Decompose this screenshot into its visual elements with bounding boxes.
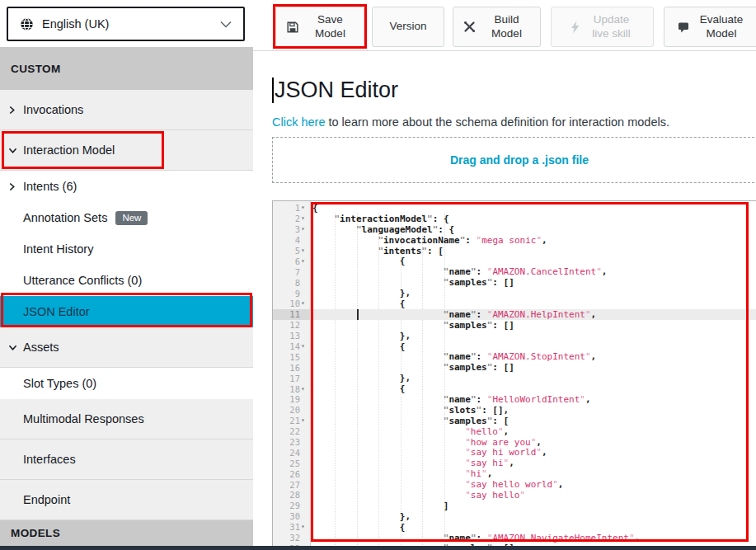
code-line-26[interactable]: 26"hi", — [273, 468, 756, 479]
line-number[interactable]: 14▾ — [273, 341, 311, 352]
line-number[interactable]: 10▾ — [273, 299, 311, 309]
sidebar-item-multimodal-responses[interactable]: Multimodal Responses — [0, 399, 253, 440]
json-code-editor[interactable]: 1▾{2▾"interactionModel": {3▾"languageMod… — [272, 200, 756, 550]
line-number[interactable]: 4 — [273, 235, 311, 246]
code-line-28[interactable]: 28"say hello" — [273, 490, 756, 501]
line-number[interactable]: 6▾ — [273, 256, 311, 266]
line-number[interactable]: 32 — [273, 533, 311, 543]
code-line-19[interactable]: 19"name": "HelloWorldIntent", — [273, 394, 756, 405]
code-line-5[interactable]: 5▾"intents": [ — [273, 246, 756, 256]
code-line-12[interactable]: 12"samples": [] — [273, 320, 756, 331]
code-lines: 1▾{2▾"interactionModel": {3▾"languageMod… — [273, 203, 756, 550]
save-model-button[interactable]: Save Model — [275, 7, 364, 47]
code-line-20[interactable]: 20"slots": [], — [273, 405, 756, 416]
sidebar-item-invocations[interactable]: Invocations — [0, 90, 253, 130]
sidebar-item-endpoint[interactable]: Endpoint — [0, 480, 253, 520]
sidebar-item-interfaces[interactable]: Interfaces — [0, 440, 253, 480]
line-number[interactable]: 11 — [273, 309, 311, 320]
line-number[interactable]: 1▾ — [273, 203, 311, 214]
code-line-22[interactable]: 22"hello", — [273, 426, 756, 437]
code-line-15[interactable]: 15"name": "AMAZON.StopIntent", — [273, 351, 756, 362]
code-text: }, — [311, 373, 756, 383]
fold-arrow-icon[interactable]: ▾ — [301, 417, 308, 424]
fold-arrow-icon[interactable]: ▾ — [301, 300, 308, 307]
code-line-21[interactable]: 21▾"samples": [ — [273, 416, 756, 426]
evaluate-model-button[interactable]: Evaluate Model — [664, 7, 756, 47]
line-number[interactable]: 8 — [273, 277, 311, 288]
code-line-25[interactable]: 25"say hi", — [273, 458, 756, 468]
code-line-16[interactable]: 16"samples": [] — [273, 362, 756, 373]
line-number[interactable]: 7 — [273, 266, 311, 277]
code-line-17[interactable]: 17}, — [273, 373, 756, 383]
code-line-18[interactable]: 18▾{ — [273, 383, 756, 394]
line-number[interactable]: 2▾ — [273, 214, 311, 224]
sidebar-item-json-editor[interactable]: JSON Editor — [0, 296, 253, 327]
code-line-1[interactable]: 1▾{ — [273, 203, 756, 214]
code-line-29[interactable]: 29] — [273, 501, 756, 511]
line-number[interactable]: 19 — [273, 394, 311, 405]
code-line-8[interactable]: 8"samples": [] — [273, 277, 756, 288]
code-line-2[interactable]: 2▾"interactionModel": { — [273, 214, 756, 224]
code-line-13[interactable]: 13}, — [273, 331, 756, 341]
fold-arrow-icon[interactable]: ▾ — [301, 258, 308, 265]
sidebar-item-utterance-conflicts-0[interactable]: Utterance Conflicts (0) — [0, 265, 253, 296]
line-number[interactable]: 9 — [273, 288, 311, 299]
line-number[interactable]: 5▾ — [273, 246, 311, 256]
code-text: "name": "AMAZON.HelpIntent", — [311, 309, 756, 320]
line-number[interactable]: 24 — [273, 447, 311, 458]
line-number[interactable]: 3▾ — [273, 224, 311, 235]
click-here-link[interactable]: Click here — [272, 115, 325, 129]
code-line-9[interactable]: 9}, — [273, 288, 756, 299]
code-line-31[interactable]: 31▾{ — [273, 522, 756, 533]
line-number[interactable]: 31▾ — [273, 522, 311, 533]
version-button[interactable]: Version — [372, 7, 444, 47]
line-number[interactable]: 23 — [273, 437, 311, 448]
line-number[interactable]: 15 — [273, 351, 311, 362]
code-line-6[interactable]: 6▾{ — [273, 256, 756, 266]
line-number[interactable]: 18▾ — [273, 383, 311, 394]
code-line-23[interactable]: 23"how are you", — [273, 437, 756, 448]
sidebar-item-slot-types-0[interactable]: Slot Types (0) — [0, 368, 253, 399]
sidebar-item-intent-history[interactable]: Intent History — [0, 233, 253, 265]
code-line-3[interactable]: 3▾"languageModel": { — [273, 224, 756, 235]
json-dropzone[interactable]: Drag and drop a .json file — [272, 137, 756, 183]
fold-arrow-icon[interactable]: ▾ — [301, 343, 308, 350]
sidebar-item-intents-6[interactable]: Intents (6) — [0, 171, 253, 202]
sidebar-item-label: JSON Editor — [23, 305, 90, 318]
fold-arrow-icon[interactable]: ▾ — [301, 386, 308, 393]
line-number[interactable]: 26 — [273, 468, 311, 479]
line-number[interactable]: 27 — [273, 479, 311, 490]
line-number[interactable]: 21▾ — [273, 416, 311, 426]
line-number[interactable]: 28 — [273, 490, 311, 501]
code-line-32[interactable]: 32"name": "AMAZON.NavigateHomeIntent", — [273, 533, 756, 543]
code-line-7[interactable]: 7"name": "AMAZON.CancelIntent", — [273, 266, 756, 277]
code-line-11[interactable]: 11"name": "AMAZON.HelpIntent", — [273, 309, 756, 320]
code-line-10[interactable]: 10▾{ — [273, 299, 756, 309]
fold-arrow-icon[interactable]: ▾ — [301, 226, 308, 233]
code-line-27[interactable]: 27"say hello world", — [273, 479, 756, 490]
code-line-14[interactable]: 14▾{ — [273, 341, 756, 352]
code-text: "hi", — [311, 468, 756, 479]
build-model-button[interactable]: Build Model — [453, 7, 541, 47]
line-number[interactable]: 16 — [273, 362, 311, 373]
line-number[interactable]: 12 — [273, 320, 311, 331]
fold-arrow-icon[interactable]: ▾ — [301, 524, 308, 530]
line-number[interactable]: 29 — [273, 501, 311, 511]
line-number[interactable]: 30 — [273, 511, 311, 522]
line-number[interactable]: 13 — [273, 331, 311, 341]
sidebar-item-assets[interactable]: Assets — [0, 327, 253, 368]
fold-arrow-icon[interactable]: ▾ — [301, 247, 308, 254]
line-number[interactable]: 22 — [273, 426, 311, 437]
button-label: Evaluate Model — [697, 13, 745, 40]
language-selector[interactable]: English (UK) — [7, 7, 245, 41]
code-line-4[interactable]: 4"invocationName": "mega sonic", — [273, 235, 756, 246]
code-line-24[interactable]: 24"say hi world", — [273, 447, 756, 458]
fold-arrow-icon[interactable]: ▾ — [301, 215, 308, 222]
sidebar-item-interaction-model[interactable]: Interaction Model — [0, 130, 253, 171]
line-number[interactable]: 20 — [273, 405, 311, 416]
sidebar-item-annotation-sets[interactable]: Annotation SetsNew — [0, 202, 253, 233]
line-number[interactable]: 17 — [273, 373, 311, 383]
fold-arrow-icon[interactable]: ▾ — [301, 204, 308, 211]
line-number[interactable]: 25 — [273, 458, 311, 468]
code-line-30[interactable]: 30}, — [273, 511, 756, 522]
